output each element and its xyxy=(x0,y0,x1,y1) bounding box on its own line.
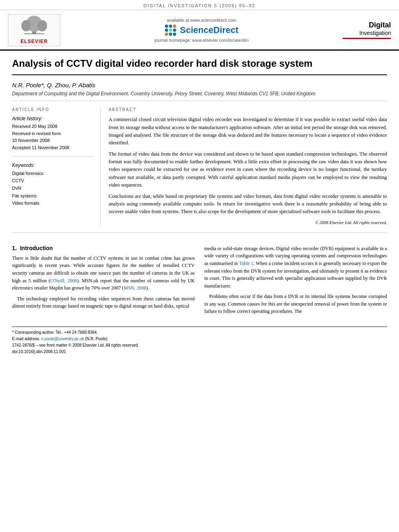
article-info-label: ARTICLE INFO xyxy=(12,107,94,112)
body-content: 1. Introduction There is little doubt th… xyxy=(12,241,387,318)
logos-row: ELSEVIER available at www.sciencedirect.… xyxy=(0,10,399,51)
journal-name: DIGITAL INVESTIGATION 5 (2009) 85–92 xyxy=(144,3,255,8)
history-received1: Received 20 May 2008 xyxy=(12,123,94,130)
operating-text: operating xyxy=(251,308,269,314)
history-received2: Received in revised form xyxy=(12,130,94,138)
svg-point-12 xyxy=(169,33,172,36)
intro-section-title: Introduction xyxy=(20,245,53,251)
abstract-label: ABSTRACT xyxy=(109,107,387,112)
abstract-para-3: Conclusions are that, while based on pro… xyxy=(109,193,387,216)
intro-right-text: media or solid-state storage devices. Di… xyxy=(204,245,387,315)
main-content: Analysis of CCTV digital video recorder … xyxy=(0,51,399,363)
history-received2b: 10 November 2008 xyxy=(12,137,94,144)
sciencedirect-logo: ScienceDirect xyxy=(165,24,239,36)
elsevier-logo: ELSEVIER xyxy=(8,14,60,46)
authors: N.R. Poole*, Q. Zhou, P. Abatis xyxy=(12,82,387,88)
ref-msn[interactable]: MSN, 2008 xyxy=(124,285,146,291)
footnote-issn: 1742-2876/$ – see front matter © 2008 El… xyxy=(12,342,387,349)
intro-right-para2: Problems often occur if the data from a … xyxy=(204,293,387,315)
history-accepted: Accepted 11 November 2008 xyxy=(12,144,94,152)
available-text: available at www.sciencedirect.com xyxy=(167,18,236,23)
svg-rect-14 xyxy=(343,38,391,39)
svg-point-10 xyxy=(173,29,176,32)
copyright: © 2008 Elsevier Ltd. All rights reserved… xyxy=(109,219,387,226)
abstract-col: ABSTRACT A commercial closed circuit tel… xyxy=(109,107,387,226)
footnote-email-suffix: (N.R. Poole). xyxy=(84,337,109,341)
article-history: Article history: Received 20 May 2008 Re… xyxy=(12,116,94,156)
svg-point-9 xyxy=(169,29,172,32)
footnote-email-line: E-mail address: n.poole@coventry.ac.uk (… xyxy=(12,336,387,342)
elsevier-tree-icon xyxy=(16,14,52,38)
elsevier-label: ELSEVIER xyxy=(21,39,47,44)
body-right-col: media or solid-state storage devices. Di… xyxy=(204,245,387,318)
article-info-abstract: ARTICLE INFO Article history: Received 2… xyxy=(12,107,387,233)
di-brand-line1: Digital xyxy=(369,21,391,30)
intro-right-para1: media or solid-state storage devices. Di… xyxy=(204,245,387,290)
abstract-para-2: The format of video data from the device… xyxy=(109,150,387,189)
keyword-video-formats: Video formats xyxy=(12,199,94,207)
svg-point-2 xyxy=(21,20,31,31)
svg-point-6 xyxy=(169,25,172,28)
intro-heading: 1. Introduction xyxy=(12,245,195,251)
journal-header: DIGITAL INVESTIGATION 5 (2009) 85–92 xyxy=(0,0,399,10)
svg-point-8 xyxy=(165,29,168,32)
keyword-cctv: CCTV xyxy=(12,177,94,185)
svg-point-11 xyxy=(165,33,168,36)
ref-oneill[interactable]: O'Neill, 2006 xyxy=(50,278,77,283)
article-title: Analysis of CCTV digital video recorder … xyxy=(12,57,387,75)
intro-section-number: 1. xyxy=(12,245,17,251)
history-label: Article history: xyxy=(12,116,94,121)
center-logos: available at www.sciencedirect.com Scien… xyxy=(60,18,343,43)
abstract-text: A commercial closed circuit television d… xyxy=(109,116,387,226)
keyword-dvr: DVR xyxy=(12,185,94,192)
keyword-digital-forensics: Digital forensics xyxy=(12,170,94,177)
footnote-doi: doi:10.1016/j.diin.2008.11.001 xyxy=(12,349,387,355)
ref-table1[interactable]: Table 1 xyxy=(239,261,253,266)
keywords-label: Keywords: xyxy=(12,162,94,168)
footnote-email-link[interactable]: n.poole@coventry.ac.uk xyxy=(41,337,84,341)
footnote-email-label: E-mail address: xyxy=(12,337,41,341)
sd-dots-icon xyxy=(165,24,177,36)
svg-point-13 xyxy=(173,33,176,36)
intro-left-para1: There is little doubt that the number of… xyxy=(12,255,195,292)
svg-point-7 xyxy=(173,25,176,28)
footnote-corresponding: * Corresponding author. Tel.: +44 24 768… xyxy=(12,329,387,336)
journal-homepage: journal homepage: www.elsevier.com/locat… xyxy=(154,38,249,43)
affiliation: Department of Computing and the Digital … xyxy=(12,91,387,101)
abstract-para-1: A commercial closed circuit television d… xyxy=(109,116,387,147)
body-left-col: 1. Introduction There is little doubt th… xyxy=(12,245,195,318)
keyword-file-systems: File systems xyxy=(12,192,94,200)
keywords-section: Keywords: Digital forensics CCTV DVR Fil… xyxy=(12,162,94,207)
svg-point-3 xyxy=(37,20,47,31)
footnote-section: * Corresponding author. Tel.: +44 24 768… xyxy=(12,327,387,355)
svg-point-5 xyxy=(165,25,168,28)
di-logo: Digital Investigation xyxy=(343,21,391,39)
intro-left-text: There is little doubt that the number of… xyxy=(12,255,195,310)
intro-left-para2: The technology employed for recording vi… xyxy=(12,295,195,310)
article-info-col: ARTICLE INFO Article history: Received 2… xyxy=(12,107,101,226)
sciencedirect-text: ScienceDirect xyxy=(180,25,239,35)
di-brand-line2: Investigation xyxy=(359,30,391,36)
